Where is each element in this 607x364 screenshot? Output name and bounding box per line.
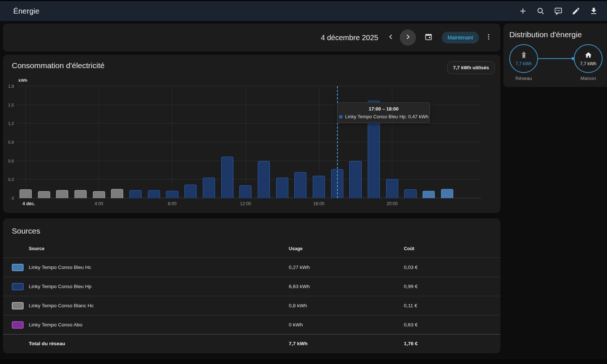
- column-header-source: Source: [29, 246, 289, 251]
- assist-button[interactable]: [553, 6, 563, 16]
- y-axis-unit: kWh: [18, 78, 27, 83]
- kebab-menu-icon: [485, 33, 492, 42]
- source-usage: 0,27 kWh: [289, 265, 404, 270]
- source-usage: 0 kWh: [289, 322, 404, 328]
- chevron-right-icon: [404, 33, 412, 42]
- home-energy-value: 7,7 kWh: [580, 61, 596, 66]
- main-column: 4 décembre 2025 Maintenant: [3, 24, 500, 353]
- table-row[interactable]: Linky Tempo Conso Bleu Hc 0,27 kWh 0,03 …: [3, 258, 500, 277]
- source-cost: 0,63 €: [404, 322, 492, 328]
- energy-distribution-card: Distribution d'énergie 7,7 kWh 7,7 kWh: [503, 24, 607, 87]
- add-button[interactable]: [518, 6, 528, 16]
- search-icon: [536, 7, 545, 15]
- consumption-bar-0:00[interactable]: [20, 189, 32, 198]
- next-day-button[interactable]: [400, 29, 416, 46]
- consumption-bar-20:00[interactable]: [386, 179, 398, 198]
- x-gridline: [246, 86, 246, 198]
- x-axis-tick-label: 16:00: [313, 201, 325, 206]
- total-label: Total du réseau: [29, 341, 289, 346]
- source-usage: 0,8 kWh: [289, 303, 404, 308]
- energy-dashboard: Énergie: [0, 0, 607, 364]
- y-gridline: [18, 161, 481, 161]
- grid-energy-value: 7,7 kWh: [516, 61, 532, 66]
- source-color-swatch: [12, 264, 24, 271]
- consumption-bar-1:00[interactable]: [38, 191, 50, 198]
- consumption-bar-10:00[interactable]: [203, 178, 215, 198]
- home-node-label: Maison: [574, 76, 603, 81]
- selected-date: 4 décembre 2025: [321, 34, 378, 42]
- y-axis-tick-label: 0,3: [8, 177, 14, 182]
- consumption-bar-21:00[interactable]: [404, 189, 416, 198]
- side-column: Distribution d'énergie 7,7 kWh 7,7 kWh: [503, 24, 607, 87]
- y-axis-tick-label: 0,9: [8, 140, 14, 144]
- tooltip-time-range: 17:00 – 18:00: [342, 106, 425, 112]
- bottom-edge-strip: [0, 359, 607, 364]
- consumption-bar-7:00[interactable]: [148, 190, 160, 198]
- page-title: Énergie: [13, 7, 39, 15]
- x-gridline: [99, 86, 99, 198]
- consumption-bar-3:00[interactable]: [74, 190, 87, 198]
- pencil-icon: [572, 7, 580, 15]
- consumption-bar-5:00[interactable]: [111, 189, 123, 198]
- total-cost: 1,76 €: [404, 341, 492, 346]
- tooltip-series-value: Linky Tempo Conso Bleu Hp: 0,47 kWh: [345, 114, 429, 119]
- consumption-chart-plot[interactable]: kWh 17:00 – 18:00 Linky Tempo Conso Bleu…: [18, 86, 481, 198]
- electricity-consumption-card: Consommation d'électricité 7,7 kWh utili…: [3, 55, 500, 213]
- calendar-icon: [424, 33, 433, 42]
- source-name: Linky Tempo Conso Abo: [29, 322, 289, 328]
- total-usage: 7,7 kWh: [289, 341, 404, 346]
- consumption-bar-13:00[interactable]: [258, 161, 270, 198]
- period-selector-card: 4 décembre 2025 Maintenant: [3, 24, 500, 52]
- transmission-tower-icon: [520, 51, 528, 60]
- consumption-bar-6:00[interactable]: [129, 190, 142, 198]
- source-color-swatch: [12, 283, 24, 290]
- consumption-bar-11:00[interactable]: [221, 157, 233, 198]
- y-gridline: [18, 86, 481, 86]
- total-usage-badge: 7,7 kWh utilisés: [447, 61, 495, 74]
- grid-node[interactable]: 7,7 kWh: [509, 44, 538, 73]
- y-gridline: [18, 142, 481, 142]
- source-name: Linky Tempo Conso Bleu Hc: [29, 265, 289, 270]
- series-color-dot: [339, 115, 343, 119]
- table-row[interactable]: Linky Tempo Conso Blanc Hc 0,8 kWh 0,11 …: [3, 296, 500, 315]
- y-axis-tick-label: 1,8: [8, 84, 14, 88]
- calendar-button[interactable]: [421, 30, 436, 45]
- x-axis-tick-label: 20:00: [386, 201, 398, 206]
- previous-day-button[interactable]: [384, 31, 398, 44]
- consumption-bar-15:00[interactable]: [294, 172, 306, 198]
- app-header: Énergie: [0, 0, 607, 21]
- tooltip-series-line: Linky Tempo Conso Bleu Hp: 0,47 kWh: [342, 114, 425, 119]
- consumption-bar-2:00[interactable]: [56, 190, 68, 198]
- consumption-bar-22:00[interactable]: [423, 191, 435, 198]
- consumption-bar-12:00[interactable]: [239, 185, 252, 198]
- source-cost: 0,99 €: [404, 284, 492, 289]
- consumption-bar-18:00[interactable]: [349, 161, 361, 198]
- download-button[interactable]: [589, 6, 599, 16]
- x-axis-tick-label: 4:00: [95, 201, 103, 206]
- consumption-bar-14:00[interactable]: [276, 178, 288, 198]
- distribution-title: Distribution d'énergie: [509, 30, 605, 39]
- y-axis-tick-label: 0,6: [8, 159, 14, 163]
- sources-card: Sources Source Usage Coût Linky Tempo Co…: [3, 218, 500, 353]
- source-color-swatch: [12, 302, 24, 309]
- edit-button[interactable]: [571, 6, 581, 16]
- sources-table-header: Source Usage Coût: [3, 240, 500, 258]
- grid-node-label: Réseau: [509, 76, 538, 81]
- table-row[interactable]: Linky Tempo Conso Abo 0 kWh 0,63 €: [3, 315, 500, 334]
- search-button[interactable]: [535, 6, 546, 16]
- source-usage: 6,63 kWh: [289, 284, 404, 289]
- consumption-bar-16:00[interactable]: [313, 176, 325, 198]
- consumption-bar-9:00[interactable]: [184, 185, 197, 198]
- energy-flow-dot: [572, 57, 575, 60]
- consumption-bar-23:00[interactable]: [441, 189, 453, 198]
- source-name: Linky Tempo Conso Bleu Hp: [29, 284, 289, 289]
- y-gridline: [18, 179, 481, 179]
- consumption-bar-8:00[interactable]: [166, 191, 178, 198]
- x-axis-tick-label: 12:00: [240, 201, 251, 206]
- period-menu-button[interactable]: [482, 31, 495, 44]
- download-icon: [589, 7, 598, 15]
- table-row[interactable]: Linky Tempo Conso Bleu Hp 6,63 kWh 0,99 …: [3, 277, 500, 296]
- consumption-bar-4:00[interactable]: [93, 191, 105, 198]
- now-button[interactable]: Maintenant: [442, 32, 479, 43]
- home-node[interactable]: 7,7 kWh: [574, 44, 603, 73]
